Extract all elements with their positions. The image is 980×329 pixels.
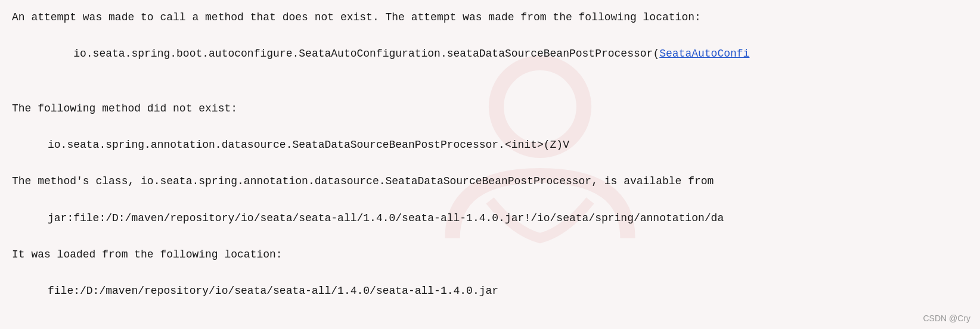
error-content: An attempt was made to call a method tha… (0, 0, 980, 312)
spacer-2 (12, 118, 968, 136)
seata-autoconfig-link[interactable]: SeataAutoConfi (659, 48, 749, 60)
spacer-1 (12, 81, 968, 100)
error-line-14: file:/D:/maven/repository/io/seata/seata… (12, 282, 968, 300)
error-line-12: It was loaded from the following locatio… (12, 246, 968, 264)
spacer-3 (12, 154, 968, 173)
spacer-6 (12, 263, 968, 282)
error-line-6: io.seata.spring.annotation.datasource.Se… (12, 136, 968, 154)
error-line-2: io.seata.spring.boot.autoconfigure.Seata… (12, 27, 968, 82)
error-line-8: The method's class, io.seata.spring.anno… (12, 172, 968, 191)
error-line-4: The following method did not exist: (12, 100, 968, 118)
error-line-1: An attempt was made to call a method tha… (12, 8, 968, 27)
branding-label: CSDN @Cry (923, 314, 970, 323)
spacer-4 (12, 191, 968, 209)
error-line-10: jar:file:/D:/maven/repository/io/seata/s… (12, 209, 968, 228)
error-line-2-text: io.seata.spring.boot.autoconfigure.Seata… (73, 48, 659, 60)
spacer-5 (12, 227, 968, 246)
